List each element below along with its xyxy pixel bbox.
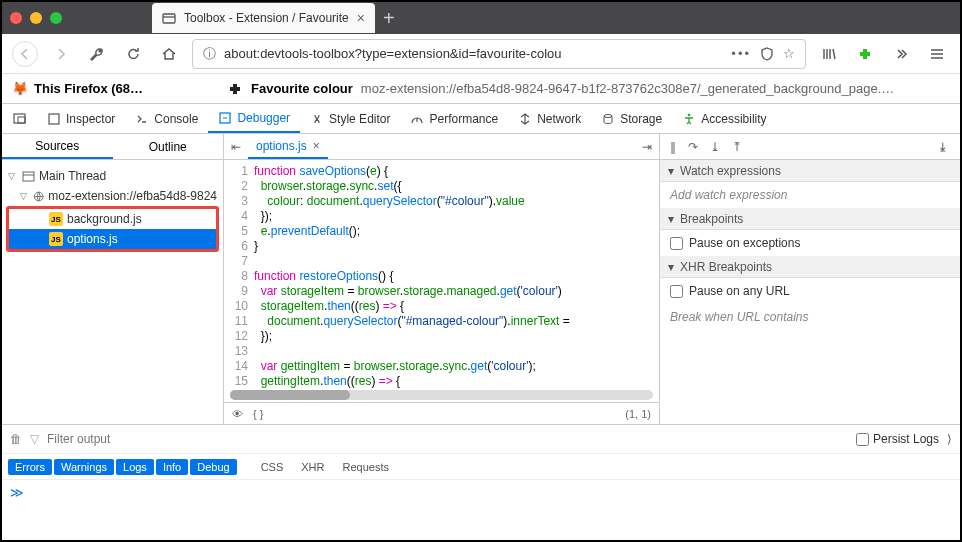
cat-errors[interactable]: Errors: [8, 459, 52, 475]
step-out-icon[interactable]: ⤒: [732, 140, 742, 154]
cat-requests[interactable]: Requests: [335, 459, 397, 475]
minimize-window-icon[interactable]: [30, 12, 42, 24]
browser-tab[interactable]: Toolbox - Extension / Favourite ×: [152, 3, 375, 33]
devtools-button[interactable]: [84, 41, 110, 67]
code-editor[interactable]: 123456789101112131415161718 function sav…: [224, 160, 659, 388]
cat-debug[interactable]: Debug: [190, 459, 236, 475]
file-tab-options[interactable]: options.js ×: [248, 134, 328, 159]
js-file-icon: JS: [49, 212, 63, 226]
svg-point-6: [604, 114, 612, 117]
window-titlebar: Toolbox - Extension / Favourite × +: [2, 2, 960, 34]
tree-main-thread[interactable]: ▽ Main Thread: [2, 166, 223, 186]
tree-file-options[interactable]: JS options.js: [9, 229, 216, 249]
tab-close-icon[interactable]: ×: [357, 10, 365, 26]
overflow-icon[interactable]: [888, 41, 914, 67]
home-button[interactable]: [156, 41, 182, 67]
shield-icon[interactable]: [759, 46, 775, 62]
cat-warnings[interactable]: Warnings: [54, 459, 114, 475]
star-icon[interactable]: ☆: [783, 46, 795, 61]
xhr-url-input[interactable]: Break when URL contains: [660, 304, 960, 330]
close-file-icon[interactable]: ×: [313, 139, 320, 153]
library-icon[interactable]: [816, 41, 842, 67]
step-over-icon[interactable]: ↷: [688, 140, 698, 154]
xhr-breakpoints-header[interactable]: ▾XHR Breakpoints: [660, 256, 960, 278]
tab-style-editor[interactable]: Style Editor: [300, 104, 400, 133]
toggle-right-pane-icon[interactable]: ⇥: [635, 140, 659, 154]
sources-pane: Sources Outline ▽ Main Thread ▽ moz-exte…: [2, 134, 224, 424]
debugger-right-pane: ‖ ↷ ⤓ ⤒ ⇥ ▾Watch expressions Add watch e…: [660, 134, 960, 424]
pause-on-any-url[interactable]: Pause on any URL: [660, 278, 960, 304]
back-button[interactable]: [12, 41, 38, 67]
tab-inspector[interactable]: Inspector: [37, 104, 125, 133]
iframe-picker-icon[interactable]: [2, 104, 37, 133]
forward-button[interactable]: [48, 41, 74, 67]
info-icon[interactable]: ⓘ: [203, 45, 216, 63]
reload-button[interactable]: [120, 41, 146, 67]
tab-accessibility[interactable]: Accessibility: [672, 104, 776, 133]
tab-storage[interactable]: Storage: [591, 104, 672, 133]
url-bar[interactable]: ⓘ about:devtools-toolbox?type=extension&…: [192, 39, 806, 69]
cat-xhr[interactable]: XHR: [293, 459, 332, 475]
outline-tab[interactable]: Outline: [113, 134, 224, 159]
filter-funnel-icon: ▽: [30, 432, 39, 446]
tree-extension-folder[interactable]: ▽ moz-extension://efba54d8-9824: [2, 186, 223, 206]
persist-logs[interactable]: Persist Logs: [856, 432, 939, 446]
breakpoints-header[interactable]: ▾Breakpoints: [660, 208, 960, 230]
svg-rect-2: [14, 114, 25, 123]
add-watch-expression[interactable]: Add watch expression: [660, 182, 960, 208]
pause-on-exceptions-checkbox[interactable]: [670, 237, 683, 250]
line-gutter: 123456789101112131415161718: [224, 160, 254, 388]
close-split-console-icon[interactable]: ⟩: [947, 432, 952, 446]
filter-output-input[interactable]: [47, 432, 848, 446]
watch-expressions-header[interactable]: ▾Watch expressions: [660, 160, 960, 182]
globe-icon: [33, 190, 44, 203]
pause-icon[interactable]: ‖: [670, 140, 676, 154]
tab-debugger[interactable]: Debugger: [208, 104, 300, 133]
close-window-icon[interactable]: [10, 12, 22, 24]
cursor-position: (1, 1): [625, 408, 651, 420]
persist-logs-checkbox[interactable]: [856, 433, 869, 446]
url-text: about:devtools-toolbox?type=extension&id…: [224, 46, 562, 61]
scopes-icon[interactable]: { }: [253, 408, 263, 420]
extension-url: moz-extension://efba54d8-9824-9647-b1f2-…: [361, 81, 894, 96]
step-in-icon[interactable]: ⤓: [710, 140, 720, 154]
menu-icon[interactable]: [924, 41, 950, 67]
js-file-icon: JS: [49, 232, 63, 246]
console-prompt-icon: ≫: [10, 485, 24, 500]
toggle-sources-icon[interactable]: ⇤: [224, 140, 248, 154]
cat-logs[interactable]: Logs: [116, 459, 154, 475]
pause-on-any-url-checkbox[interactable]: [670, 285, 683, 298]
tab-console[interactable]: Console: [125, 104, 208, 133]
console-input[interactable]: ≫: [2, 479, 960, 505]
editor-footer: 👁 { } (1, 1): [224, 402, 659, 424]
console-toolbar: 🗑 ▽ Persist Logs ⟩: [2, 425, 960, 453]
tab-title: Toolbox - Extension / Favourite: [184, 11, 349, 25]
highlighted-region: JS background.js JS options.js: [6, 206, 219, 252]
expand-panes-icon[interactable]: ⇥: [936, 142, 950, 152]
extensions-icon[interactable]: [852, 41, 878, 67]
sources-tab[interactable]: Sources: [2, 134, 113, 159]
cat-css[interactable]: CSS: [253, 459, 292, 475]
svg-rect-3: [18, 117, 25, 123]
tab-network[interactable]: Network: [508, 104, 591, 133]
editor-file-tabs: ⇤ options.js × ⇥: [224, 134, 659, 160]
svg-point-7: [688, 113, 691, 116]
new-tab-button[interactable]: +: [383, 7, 395, 30]
firefox-icon: 🦊: [12, 81, 28, 96]
svg-rect-4: [49, 114, 59, 124]
trash-icon[interactable]: 🗑: [10, 432, 22, 446]
meatball-icon[interactable]: •••: [731, 46, 751, 61]
editor-h-scrollbar[interactable]: [230, 390, 653, 400]
cat-info[interactable]: Info: [156, 459, 188, 475]
sources-tree: ▽ Main Thread ▽ moz-extension://efba54d8…: [2, 160, 223, 258]
watch-eye-icon[interactable]: 👁: [232, 408, 243, 420]
pause-on-exceptions[interactable]: Pause on exceptions: [660, 230, 960, 256]
debug-target-right: Favourite colour moz-extension://efba54d…: [217, 81, 960, 97]
scrollbar-thumb[interactable]: [230, 390, 350, 400]
debug-target-left[interactable]: 🦊 This Firefox (68…: [2, 81, 217, 96]
browser-navbar: ⓘ about:devtools-toolbox?type=extension&…: [2, 34, 960, 74]
tab-performance[interactable]: Performance: [400, 104, 508, 133]
maximize-window-icon[interactable]: [50, 12, 62, 24]
svg-rect-0: [163, 14, 175, 23]
tree-file-background[interactable]: JS background.js: [9, 209, 216, 229]
